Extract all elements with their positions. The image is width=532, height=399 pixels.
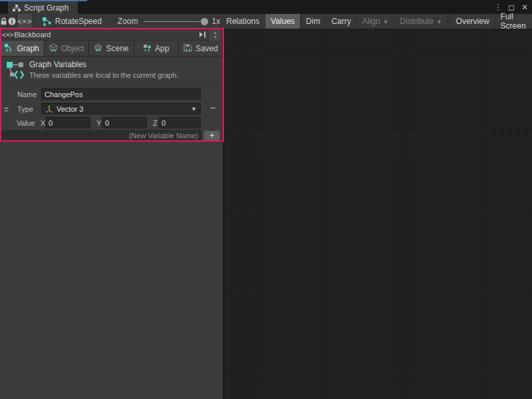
- scroll-down-icon[interactable]: ▼: [213, 35, 217, 40]
- graph-node-icon: [43, 17, 51, 26]
- fullscreen-button[interactable]: Full Screen: [495, 14, 532, 29]
- tab-app[interactable]: App: [134, 41, 178, 56]
- panel-scroll-buttons: ▲ ▼: [209, 29, 221, 41]
- maximize-icon[interactable]: ◻: [507, 3, 516, 12]
- graph-tab-icon: [5, 44, 13, 53]
- values-button[interactable]: Values: [265, 14, 300, 29]
- chevron-down-icon: ▼: [382, 19, 388, 25]
- zoom-slider-handle[interactable]: [201, 18, 208, 25]
- y-label: Y: [96, 119, 101, 127]
- align-dropdown[interactable]: Align ▼: [356, 14, 394, 29]
- graph-canvas-grid[interactable]: [223, 29, 532, 399]
- value-label: Value: [17, 119, 35, 127]
- type-dropdown[interactable]: Vector 3 ▼: [41, 103, 201, 114]
- blackboard-header: <×> Blackboard ▲ ▼: [0, 29, 223, 41]
- z-label: Z: [153, 119, 158, 127]
- toolbar-right-group: Relations Values Dim Carry Align ▼ Distr…: [220, 14, 532, 29]
- script-graph-tab[interactable]: Script Graph: [8, 1, 78, 14]
- app-tab-icon: [143, 44, 152, 53]
- relations-button[interactable]: Relations: [220, 14, 265, 29]
- tab-scene[interactable]: Scene: [89, 41, 133, 56]
- title-bar: Script Graph ⋮ ◻ ✕: [0, 0, 532, 14]
- zoom-control: Zoom 1x: [110, 14, 220, 29]
- saved-tab-icon: [184, 44, 192, 53]
- overview-button[interactable]: Overview: [450, 14, 495, 29]
- z-value-input[interactable]: [158, 117, 201, 128]
- object-tab-icon: [49, 44, 58, 53]
- add-variable-button[interactable]: +: [203, 130, 220, 141]
- scene-tab-icon: [94, 44, 102, 53]
- blackboard-toggle-button[interactable]: <×>: [17, 14, 33, 29]
- blackboard-glyph-icon: <×>: [2, 31, 13, 39]
- tab-graph[interactable]: Graph: [0, 41, 44, 56]
- name-label: Name: [17, 90, 37, 98]
- variable-name-input[interactable]: [41, 88, 201, 100]
- type-label: Type: [17, 105, 33, 113]
- menu-icon[interactable]: ⋮: [493, 3, 503, 12]
- section-title: Graph Variables: [29, 60, 86, 69]
- x-value-input[interactable]: [45, 117, 90, 128]
- graph-name-label: RotateSpeed: [55, 17, 102, 26]
- tab-saved[interactable]: Saved: [179, 41, 223, 56]
- unity-script-graph-window: Script Graph ⋮ ◻ ✕ <×>: [0, 0, 532, 399]
- graph-toolbar: <×> RotateSpeed Zoom 1x Relations Values: [0, 14, 532, 29]
- dim-button[interactable]: Dim: [300, 14, 325, 29]
- vector3-icon: [45, 105, 53, 113]
- zoom-slider[interactable]: [144, 21, 207, 22]
- info-button[interactable]: [8, 14, 17, 29]
- dock-panel-icon[interactable]: [199, 31, 207, 38]
- chevron-down-icon: ▼: [191, 106, 197, 112]
- graph-variables-icon: [6, 60, 25, 81]
- distribute-dropdown[interactable]: Distribute ▼: [394, 14, 448, 29]
- info-icon: [8, 17, 16, 25]
- blackboard-panel: <×> Blackboard ▲ ▼ Graph: [0, 29, 223, 399]
- blackboard-title: Blackboard: [14, 31, 51, 39]
- remove-variable-button[interactable]: −: [205, 102, 220, 114]
- script-graph-icon: [13, 4, 21, 12]
- y-value-input[interactable]: [102, 117, 147, 128]
- tab-title: Script Graph: [24, 3, 68, 13]
- scroll-up-icon[interactable]: ▲: [213, 31, 217, 35]
- lock-icon: [0, 17, 7, 25]
- graph-variables-info: Graph Variables These variables are loca…: [0, 57, 223, 86]
- section-description: These variables are local to the current…: [29, 71, 178, 79]
- type-value: Vector 3: [57, 105, 188, 113]
- close-icon[interactable]: ✕: [520, 3, 529, 12]
- chevron-down-icon: ▼: [436, 19, 442, 25]
- carry-button[interactable]: Carry: [325, 14, 356, 29]
- zoom-level: 1x: [212, 17, 221, 26]
- zoom-label: Zoom: [118, 17, 138, 26]
- graph-reference[interactable]: RotateSpeed: [33, 14, 110, 29]
- section-divider: [0, 86, 223, 86]
- drag-handle[interactable]: =: [4, 105, 9, 114]
- new-variable-input[interactable]: [1, 130, 201, 141]
- blackboard-tab-bar: Graph Object Scene: [0, 41, 223, 57]
- tab-object[interactable]: Object: [45, 41, 88, 56]
- lock-button[interactable]: [0, 14, 8, 29]
